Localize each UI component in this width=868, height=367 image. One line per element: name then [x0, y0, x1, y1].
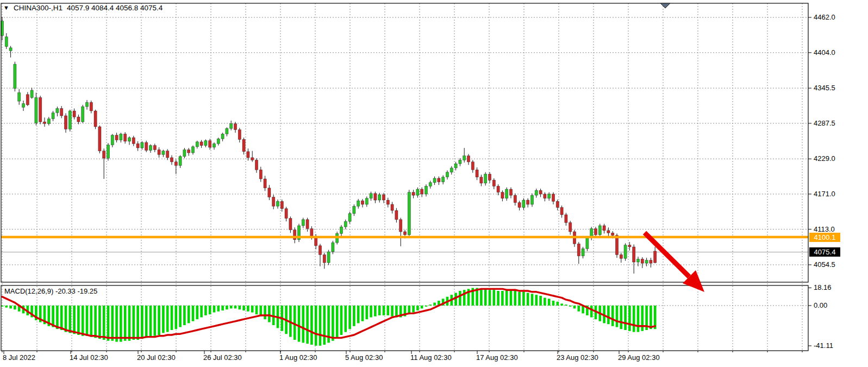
time-tick-label: 29 Aug 02:30: [618, 353, 660, 362]
ohlc-readout: 4057.9 4084.4 4056.8 4075.4: [67, 4, 163, 12]
time-tick-label: 1 Aug 02:30: [279, 353, 317, 362]
price-tick-label: 4404.0: [814, 48, 835, 57]
price-tick-label: 4054.5: [814, 260, 835, 269]
time-tick-label: 11 Aug 02:30: [410, 353, 452, 362]
hline-price-label: 4100.1: [809, 233, 840, 242]
time-tick-label: 17 Aug 02:30: [476, 353, 518, 362]
price-tick-label: 4113.0: [814, 225, 835, 233]
macd-tick-label: 0.00: [814, 301, 827, 309]
current-price-label: 4075.4: [809, 247, 840, 257]
macd-tick-label: -41.11: [814, 341, 833, 350]
price-tick-label: 4287.5: [814, 119, 835, 127]
symbol-dropdown-icon[interactable]: ▼: [3, 5, 9, 11]
chart-header: ▼ CHINA300-,H1 4057.9 4084.4 4056.8 4075…: [3, 4, 163, 12]
time-tick-label: 20 Jul 02:30: [137, 353, 176, 362]
time-tick-label: 8 Jul 2022: [3, 353, 35, 362]
time-tick-label: 5 Aug 02:30: [345, 353, 383, 362]
time-tick-label: 14 Jul 02:30: [70, 353, 108, 362]
symbol-label: CHINA300-,H1: [14, 4, 63, 12]
macd-tick-label: 18.16: [814, 283, 832, 291]
price-tick-label: 4171.0: [814, 190, 835, 198]
chart-window: ▼ CHINA300-,H1 4057.9 4084.4 4056.8 4075…: [0, 0, 868, 367]
time-tick-label: 23 Aug 02:30: [557, 353, 598, 362]
price-tick-label: 4345.5: [814, 84, 835, 92]
time-tick-label: 26 Jul 02:30: [203, 353, 242, 362]
price-tick-label: 4229.0: [814, 154, 835, 163]
chart-canvas[interactable]: [0, 0, 868, 367]
price-tick-label: 4462.0: [814, 13, 835, 21]
indicator-label: MACD(12,26,9) -20.33 -19.25: [4, 287, 97, 295]
